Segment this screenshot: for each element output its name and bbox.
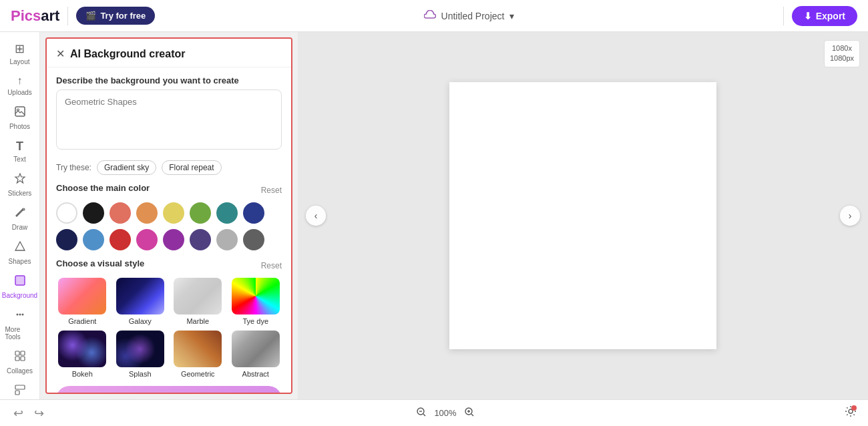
logo: Picsart bbox=[11, 7, 59, 25]
color-swatch-purple[interactable] bbox=[163, 229, 184, 250]
style-grid: GradientGalaxyMarbleTye dyeBokehSplashGe… bbox=[56, 278, 282, 378]
sidebar-item-layout[interactable]: ⊞ Layout bbox=[3, 37, 37, 69]
color-swatch-red[interactable] bbox=[110, 229, 131, 250]
svg-rect-4 bbox=[15, 276, 25, 285]
canvas-arrow-right[interactable]: › bbox=[840, 206, 860, 226]
svg-rect-9 bbox=[15, 351, 19, 355]
sidebar-item-stickers[interactable]: Stickers bbox=[3, 168, 37, 201]
style-item-geometric[interactable]: Geometric bbox=[172, 331, 224, 378]
main-color-section: Choose the main color Reset bbox=[56, 183, 282, 250]
color-swatch-navy[interactable] bbox=[56, 229, 77, 250]
panel-close-button[interactable]: ✕ bbox=[56, 49, 65, 59]
zoom-out-button[interactable] bbox=[416, 407, 427, 420]
ai-background-panel: ✕ AI Background creator Describe the bac… bbox=[45, 37, 292, 394]
suggestion-floral-repeat[interactable]: Floral repeat bbox=[162, 160, 221, 175]
color-swatch-black[interactable] bbox=[83, 202, 104, 224]
sidebar-item-uploads[interactable]: ↑ Uploads bbox=[3, 71, 37, 100]
style-item-bokeh[interactable]: Bokeh bbox=[56, 331, 109, 378]
color-swatch-dark-blue[interactable] bbox=[243, 202, 264, 224]
color-swatch-pink[interactable] bbox=[136, 229, 158, 250]
templates-icon bbox=[14, 384, 26, 399]
style-item-marble[interactable]: Marble bbox=[172, 278, 224, 325]
settings-area bbox=[844, 405, 857, 421]
canvas-arrow-left[interactable]: ‹ bbox=[306, 206, 326, 226]
try-for-free-button[interactable]: 🎬 Try for free bbox=[76, 7, 155, 25]
color-swatch-light-blue[interactable] bbox=[83, 229, 104, 250]
color-swatch-salmon[interactable] bbox=[110, 202, 131, 224]
style-item-splash[interactable]: Splash bbox=[114, 331, 167, 378]
style-item-tyedye[interactable]: Tye dye bbox=[230, 278, 282, 325]
sidebar-label-photos: Photos bbox=[9, 123, 30, 130]
canvas bbox=[449, 82, 716, 349]
sidebar-label-shapes: Shapes bbox=[9, 258, 31, 265]
svg-point-8 bbox=[21, 314, 23, 316]
export-button[interactable]: ⬇ Export bbox=[792, 6, 857, 26]
panel-body: Describe the background you want to crea… bbox=[47, 67, 291, 394]
color-swatch-dark-purple[interactable] bbox=[190, 229, 211, 250]
sidebar-item-more-tools[interactable]: More Tools bbox=[3, 304, 37, 345]
collages-icon bbox=[14, 350, 26, 365]
video-icon: 🎬 bbox=[85, 11, 96, 21]
sidebar-item-templates[interactable]: Templates bbox=[3, 380, 37, 399]
draw-icon bbox=[14, 206, 26, 222]
sidebar-item-background[interactable]: Background bbox=[3, 270, 37, 303]
sidebar-item-collages[interactable]: Collages bbox=[3, 346, 37, 379]
style-item-galaxy[interactable]: Galaxy bbox=[114, 278, 167, 325]
svg-rect-14 bbox=[15, 391, 19, 395]
cloud-icon bbox=[424, 10, 436, 21]
sidebar-item-photos[interactable]: Photos bbox=[3, 101, 37, 134]
undo-button[interactable]: ↩ bbox=[11, 403, 26, 423]
describe-section: Describe the background you want to crea… bbox=[56, 75, 282, 152]
redo-button[interactable]: ↪ bbox=[31, 403, 47, 423]
panel-title: AI Background creator bbox=[70, 48, 185, 60]
sidebar-label-draw: Draw bbox=[12, 224, 27, 231]
shapes-icon bbox=[14, 240, 26, 256]
sidebar-item-draw[interactable]: Draw bbox=[3, 202, 37, 235]
generate-background-button[interactable]: Generate Background bbox=[56, 386, 282, 394]
style-item-abstract[interactable]: Abstract bbox=[230, 331, 282, 378]
dropdown-icon[interactable]: ▾ bbox=[509, 11, 514, 21]
color-section-header: Choose the main color Reset bbox=[56, 183, 282, 197]
style-label-bokeh: Bokeh bbox=[72, 370, 93, 378]
visual-style-label: Choose a visual style bbox=[56, 258, 144, 268]
describe-textarea[interactable] bbox=[56, 89, 282, 150]
photos-icon bbox=[14, 105, 26, 121]
style-reset-link[interactable]: Reset bbox=[261, 261, 282, 270]
canvas-area: ‹ › 1080x1080px bbox=[298, 32, 868, 399]
stickers-icon bbox=[14, 172, 26, 188]
svg-marker-3 bbox=[15, 242, 25, 250]
sidebar-item-text[interactable]: T Text bbox=[3, 136, 37, 167]
color-swatch-teal[interactable] bbox=[216, 202, 238, 224]
color-swatch-orange[interactable] bbox=[136, 202, 158, 224]
svg-point-6 bbox=[16, 314, 18, 316]
svg-point-2 bbox=[23, 208, 25, 210]
sidebar-item-shapes[interactable]: Shapes bbox=[3, 236, 37, 269]
layout-icon: ⊞ bbox=[15, 41, 25, 56]
sidebar-label-uploads: Uploads bbox=[7, 89, 32, 96]
svg-rect-11 bbox=[15, 357, 19, 361]
svg-rect-10 bbox=[21, 351, 25, 355]
visual-style-section: Choose a visual style Reset GradientGala… bbox=[56, 258, 282, 378]
svg-rect-0 bbox=[15, 107, 25, 116]
uploads-icon: ↑ bbox=[17, 75, 23, 87]
zoom-in-button[interactable] bbox=[464, 407, 475, 420]
background-icon bbox=[14, 274, 26, 290]
logo-divider bbox=[67, 7, 68, 25]
zoom-level: 100% bbox=[432, 408, 459, 418]
settings-button[interactable] bbox=[844, 405, 857, 421]
sidebar-label-stickers: Stickers bbox=[8, 190, 32, 197]
color-swatch-green[interactable] bbox=[190, 202, 211, 224]
svg-point-7 bbox=[19, 314, 21, 316]
style-label-marble: Marble bbox=[186, 317, 209, 325]
color-reset-link[interactable]: Reset bbox=[261, 186, 282, 195]
color-swatch-light-gray[interactable] bbox=[216, 229, 238, 250]
color-swatch-white[interactable] bbox=[56, 202, 77, 224]
topbar-right: ⬇ Export bbox=[783, 6, 857, 26]
sidebar-label-more-tools: More Tools bbox=[5, 326, 35, 341]
suggestion-gradient-sky[interactable]: Gradient sky bbox=[97, 160, 156, 175]
style-item-gradient[interactable]: Gradient bbox=[56, 278, 109, 325]
color-swatch-dark-gray[interactable] bbox=[243, 229, 264, 250]
project-title-area[interactable]: Untitled Project ▾ bbox=[424, 10, 515, 21]
color-swatch-yellow[interactable] bbox=[163, 202, 184, 224]
svg-rect-13 bbox=[15, 385, 25, 389]
